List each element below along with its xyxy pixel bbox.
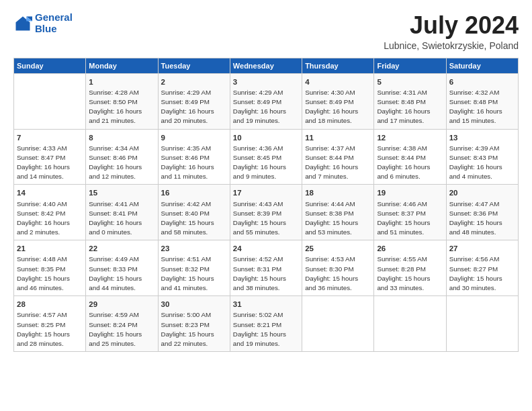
calendar-cell: 10Sunrise: 4:36 AM Sunset: 8:45 PM Dayli…	[230, 129, 302, 185]
day-number: 28	[17, 299, 83, 310]
calendar-cell	[374, 296, 446, 352]
day-number: 9	[161, 132, 227, 143]
day-number: 4	[305, 77, 371, 87]
day-number: 2	[161, 77, 227, 87]
day-info: Sunrise: 4:39 AM Sunset: 8:43 PM Dayligh…	[449, 144, 515, 182]
calendar-cell: 19Sunrise: 4:46 AM Sunset: 8:37 PM Dayli…	[374, 185, 446, 240]
day-info: Sunrise: 4:37 AM Sunset: 8:44 PM Dayligh…	[305, 144, 371, 182]
day-info: Sunrise: 5:02 AM Sunset: 8:21 PM Dayligh…	[233, 310, 299, 349]
calendar-cell: 18Sunrise: 4:44 AM Sunset: 8:38 PM Dayli…	[302, 185, 374, 240]
day-info: Sunrise: 4:29 AM Sunset: 8:49 PM Dayligh…	[161, 88, 227, 126]
day-info: Sunrise: 4:33 AM Sunset: 8:47 PM Dayligh…	[17, 144, 83, 182]
day-info: Sunrise: 4:44 AM Sunset: 8:38 PM Dayligh…	[305, 199, 371, 238]
weekday-header: Friday	[374, 58, 446, 73]
calendar-week-row: 7Sunrise: 4:33 AM Sunset: 8:47 PM Daylig…	[14, 129, 519, 185]
calendar-cell: 3Sunrise: 4:29 AM Sunset: 8:49 PM Daylig…	[230, 73, 302, 129]
calendar-cell: 20Sunrise: 4:47 AM Sunset: 8:36 PM Dayli…	[446, 185, 518, 240]
day-number: 29	[89, 299, 154, 310]
calendar-week-row: 28Sunrise: 4:57 AM Sunset: 8:25 PM Dayli…	[14, 296, 519, 352]
calendar-cell: 13Sunrise: 4:39 AM Sunset: 8:43 PM Dayli…	[446, 129, 518, 185]
weekday-header: Wednesday	[230, 58, 302, 73]
day-info: Sunrise: 4:31 AM Sunset: 8:48 PM Dayligh…	[377, 88, 443, 126]
calendar-cell: 26Sunrise: 4:55 AM Sunset: 8:28 PM Dayli…	[374, 240, 446, 296]
weekday-header: Saturday	[446, 58, 518, 73]
weekday-header: Sunday	[14, 58, 86, 73]
day-number: 11	[305, 132, 371, 143]
day-number: 3	[233, 77, 299, 87]
calendar-cell	[302, 296, 374, 352]
day-number: 24	[233, 243, 299, 254]
day-info: Sunrise: 4:52 AM Sunset: 8:31 PM Dayligh…	[233, 255, 299, 293]
logo: General Blue	[13, 12, 73, 34]
day-number: 26	[377, 243, 443, 254]
title-block: July 2024 Lubnice, Swietokrzyskie, Polan…	[384, 12, 519, 51]
day-number: 25	[305, 243, 371, 254]
day-number: 14	[17, 187, 83, 198]
day-info: Sunrise: 4:51 AM Sunset: 8:32 PM Dayligh…	[161, 255, 227, 293]
calendar-cell: 23Sunrise: 4:51 AM Sunset: 8:32 PM Dayli…	[158, 240, 230, 296]
day-info: Sunrise: 4:59 AM Sunset: 8:24 PM Dayligh…	[89, 310, 154, 349]
calendar-cell: 1Sunrise: 4:28 AM Sunset: 8:50 PM Daylig…	[86, 73, 158, 129]
calendar-cell: 16Sunrise: 4:42 AM Sunset: 8:40 PM Dayli…	[158, 185, 230, 240]
calendar-cell: 8Sunrise: 4:34 AM Sunset: 8:46 PM Daylig…	[86, 129, 158, 185]
day-info: Sunrise: 4:35 AM Sunset: 8:46 PM Dayligh…	[161, 144, 227, 182]
day-info: Sunrise: 4:36 AM Sunset: 8:45 PM Dayligh…	[233, 144, 299, 182]
calendar-cell: 7Sunrise: 4:33 AM Sunset: 8:47 PM Daylig…	[14, 129, 86, 185]
calendar-cell: 6Sunrise: 4:32 AM Sunset: 8:48 PM Daylig…	[446, 73, 518, 129]
day-number: 1	[89, 77, 154, 87]
calendar-cell: 12Sunrise: 4:38 AM Sunset: 8:44 PM Dayli…	[374, 129, 446, 185]
day-number: 17	[233, 187, 299, 198]
day-info: Sunrise: 4:28 AM Sunset: 8:50 PM Dayligh…	[89, 88, 154, 126]
day-info: Sunrise: 4:30 AM Sunset: 8:49 PM Dayligh…	[305, 88, 371, 126]
day-number: 16	[161, 187, 227, 198]
calendar-week-row: 14Sunrise: 4:40 AM Sunset: 8:42 PM Dayli…	[14, 185, 519, 240]
calendar-cell: 28Sunrise: 4:57 AM Sunset: 8:25 PM Dayli…	[14, 296, 86, 352]
day-info: Sunrise: 4:46 AM Sunset: 8:37 PM Dayligh…	[377, 199, 443, 238]
day-number: 5	[377, 77, 443, 87]
weekday-header: Thursday	[302, 58, 374, 73]
day-info: Sunrise: 5:00 AM Sunset: 8:23 PM Dayligh…	[161, 310, 227, 349]
day-number: 7	[17, 132, 83, 143]
calendar-cell: 25Sunrise: 4:53 AM Sunset: 8:30 PM Dayli…	[302, 240, 374, 296]
day-number: 20	[449, 187, 515, 198]
calendar-cell: 11Sunrise: 4:37 AM Sunset: 8:44 PM Dayli…	[302, 129, 374, 185]
location: Lubnice, Swietokrzyskie, Poland	[384, 40, 519, 51]
calendar-cell: 15Sunrise: 4:41 AM Sunset: 8:41 PM Dayli…	[86, 185, 158, 240]
day-number: 8	[89, 132, 154, 143]
calendar-cell: 17Sunrise: 4:43 AM Sunset: 8:39 PM Dayli…	[230, 185, 302, 240]
day-info: Sunrise: 4:56 AM Sunset: 8:27 PM Dayligh…	[449, 255, 515, 293]
day-info: Sunrise: 4:29 AM Sunset: 8:49 PM Dayligh…	[233, 88, 299, 126]
day-info: Sunrise: 4:47 AM Sunset: 8:36 PM Dayligh…	[449, 199, 515, 238]
calendar-cell: 4Sunrise: 4:30 AM Sunset: 8:49 PM Daylig…	[302, 73, 374, 129]
day-number: 19	[377, 187, 443, 198]
day-number: 31	[233, 299, 299, 310]
day-info: Sunrise: 4:43 AM Sunset: 8:39 PM Dayligh…	[233, 199, 299, 238]
weekday-header: Monday	[86, 58, 158, 73]
day-info: Sunrise: 4:41 AM Sunset: 8:41 PM Dayligh…	[89, 199, 154, 238]
day-number: 22	[89, 243, 154, 254]
calendar-week-row: 1Sunrise: 4:28 AM Sunset: 8:50 PM Daylig…	[14, 73, 519, 129]
day-number: 15	[89, 187, 154, 198]
calendar-cell: 31Sunrise: 5:02 AM Sunset: 8:21 PM Dayli…	[230, 296, 302, 352]
calendar-cell: 27Sunrise: 4:56 AM Sunset: 8:27 PM Dayli…	[446, 240, 518, 296]
header: General Blue July 2024 Lubnice, Swietokr…	[13, 12, 519, 51]
calendar-cell: 2Sunrise: 4:29 AM Sunset: 8:49 PM Daylig…	[158, 73, 230, 129]
day-number: 6	[449, 77, 515, 87]
calendar-header-row: SundayMondayTuesdayWednesdayThursdayFrid…	[14, 58, 519, 73]
month-year: July 2024	[384, 12, 519, 39]
weekday-header: Tuesday	[158, 58, 230, 73]
day-info: Sunrise: 4:53 AM Sunset: 8:30 PM Dayligh…	[305, 255, 371, 293]
day-info: Sunrise: 4:40 AM Sunset: 8:42 PM Dayligh…	[17, 199, 83, 238]
day-number: 12	[377, 132, 443, 143]
day-info: Sunrise: 4:38 AM Sunset: 8:44 PM Dayligh…	[377, 144, 443, 182]
calendar-week-row: 21Sunrise: 4:48 AM Sunset: 8:35 PM Dayli…	[14, 240, 519, 296]
calendar-table: SundayMondayTuesdayWednesdayThursdayFrid…	[13, 58, 519, 353]
calendar-cell: 9Sunrise: 4:35 AM Sunset: 8:46 PM Daylig…	[158, 129, 230, 185]
calendar-cell: 14Sunrise: 4:40 AM Sunset: 8:42 PM Dayli…	[14, 185, 86, 240]
day-info: Sunrise: 4:42 AM Sunset: 8:40 PM Dayligh…	[161, 199, 227, 238]
calendar-cell: 5Sunrise: 4:31 AM Sunset: 8:48 PM Daylig…	[374, 73, 446, 129]
calendar-cell: 29Sunrise: 4:59 AM Sunset: 8:24 PM Dayli…	[86, 296, 158, 352]
calendar-cell	[14, 73, 86, 129]
day-info: Sunrise: 4:55 AM Sunset: 8:28 PM Dayligh…	[377, 255, 443, 293]
calendar-cell: 21Sunrise: 4:48 AM Sunset: 8:35 PM Dayli…	[14, 240, 86, 296]
